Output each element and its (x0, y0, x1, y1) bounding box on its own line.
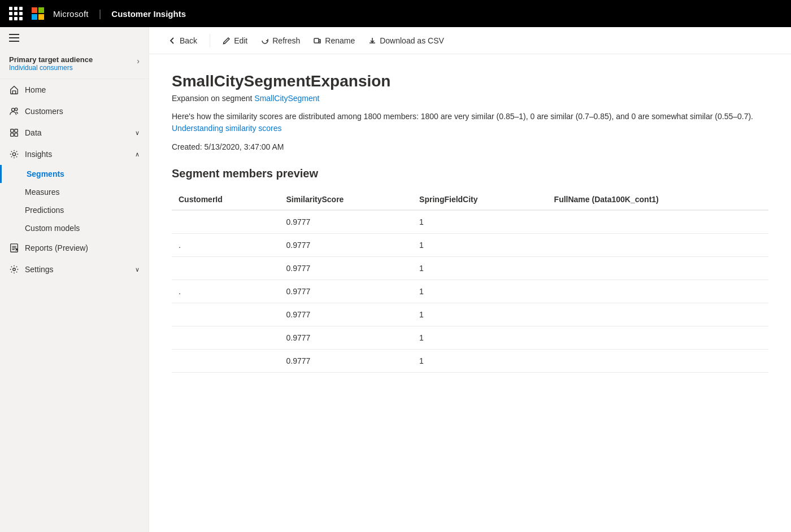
sidebar-label-insights: Insights (25, 150, 52, 159)
refresh-icon (261, 37, 269, 45)
home-icon (9, 85, 19, 95)
back-button[interactable]: Back (163, 33, 203, 49)
sidebar-label-segments: Segments (27, 169, 64, 178)
sidebar-item-segments[interactable]: Segments (0, 165, 149, 183)
edit-label: Edit (234, 36, 247, 45)
sidebar-item-data[interactable]: Data ∨ (0, 122, 149, 143)
cell-fullname (547, 303, 768, 326)
back-icon (168, 37, 176, 45)
app-name: Customer Insights (111, 9, 186, 19)
cell-city: 1 (412, 210, 547, 234)
sidebar-item-measures[interactable]: Measures (0, 183, 149, 201)
sidebar-label-custom-models: Custom models (25, 224, 80, 233)
svg-rect-2 (11, 129, 14, 132)
col-header-fullname: FullName (Data100K_cont1) (547, 189, 768, 210)
download-button[interactable]: Download as CSV (363, 33, 450, 49)
similarity-description: Here's how the similarity scores are dis… (172, 111, 768, 134)
topbar-divider: | (99, 8, 102, 20)
svg-rect-9 (314, 38, 319, 43)
cell-customerid (172, 303, 279, 326)
cell-customerid: . (172, 234, 279, 257)
audience-value: Individual consumers (9, 64, 93, 72)
sidebar-item-insights[interactable]: Insights ∧ (0, 143, 149, 165)
toolbar-divider (210, 34, 210, 47)
toolbar: Back Edit Refresh (149, 27, 791, 54)
cell-customerid (172, 210, 279, 234)
audience-chevron-icon: › (137, 56, 140, 66)
svg-point-0 (12, 108, 15, 111)
svg-rect-3 (15, 129, 18, 132)
audience-section[interactable]: Primary target audience Individual consu… (0, 49, 149, 79)
col-header-similarity: SimilarityScore (279, 189, 412, 210)
cell-fullname (547, 257, 768, 280)
table-row: 0.9777 1 (172, 350, 768, 373)
cell-fullname (547, 350, 768, 373)
sidebar-label-reports: Reports (Preview) (25, 243, 88, 252)
sidebar-label-home: Home (25, 85, 46, 94)
sidebar-item-reports[interactable]: Reports (Preview) (0, 237, 149, 259)
microsoft-logo (32, 7, 44, 20)
cell-fullname (547, 210, 768, 234)
download-label: Download as CSV (380, 36, 444, 45)
sidebar-label-predictions: Predictions (25, 206, 64, 215)
sidebar-label-settings: Settings (25, 265, 54, 274)
table-row: 0.9777 1 (172, 326, 768, 350)
cell-city: 1 (412, 280, 547, 303)
table-header: CustomerId SimilarityScore SpringFieldCi… (172, 189, 768, 210)
svg-point-1 (15, 108, 18, 111)
cell-customerid (172, 326, 279, 350)
cell-city: 1 (412, 350, 547, 373)
cell-similarity: 0.9777 (279, 350, 412, 373)
refresh-button[interactable]: Refresh (255, 33, 306, 49)
table-row: 0.9777 1 (172, 210, 768, 234)
hamburger-menu[interactable] (0, 27, 149, 49)
cell-fullname (547, 234, 768, 257)
data-chevron-icon: ∨ (135, 129, 140, 137)
cell-city: 1 (412, 257, 547, 280)
edit-button[interactable]: Edit (217, 33, 253, 49)
settings-chevron-icon: ∨ (135, 266, 140, 273)
page-title: SmallCitySegmentExpansion (172, 72, 768, 90)
sidebar: Primary target audience Individual consu… (0, 27, 149, 532)
subtitle-prefix: Expansion on segment (172, 94, 252, 103)
sidebar-label-customers: Customers (25, 107, 63, 116)
cell-similarity: 0.9777 (279, 303, 412, 326)
sidebar-item-settings[interactable]: Settings ∨ (0, 259, 149, 280)
edit-icon (223, 37, 231, 45)
segment-table: CustomerId SimilarityScore SpringFieldCi… (172, 189, 768, 373)
similarity-text: Here's how the similarity scores are dis… (172, 112, 753, 121)
table-row: . 0.9777 1 (172, 280, 768, 303)
svg-point-8 (13, 268, 16, 271)
svg-rect-4 (11, 133, 14, 136)
sidebar-label-data: Data (25, 128, 42, 137)
rename-label: Rename (325, 36, 355, 45)
sidebar-item-home[interactable]: Home (0, 79, 149, 101)
rename-button[interactable]: Rename (308, 33, 360, 49)
cell-city: 1 (412, 303, 547, 326)
similarity-link[interactable]: Understanding similarity scores (172, 124, 282, 133)
subtitle-link[interactable]: SmallCitySegment (254, 94, 319, 103)
col-header-customerid: CustomerId (172, 189, 279, 210)
col-header-city: SpringFieldCity (412, 189, 547, 210)
page-subtitle: Expansion on segment SmallCitySegment (172, 94, 768, 103)
sidebar-label-measures: Measures (25, 187, 59, 197)
cell-similarity: 0.9777 (279, 257, 412, 280)
cell-customerid: . (172, 280, 279, 303)
insights-chevron-icon: ∧ (135, 151, 140, 158)
table-row: 0.9777 1 (172, 303, 768, 326)
page-content: SmallCitySegmentExpansion Expansion on s… (149, 54, 791, 532)
sidebar-item-predictions[interactable]: Predictions (0, 201, 149, 219)
apps-icon[interactable] (9, 7, 23, 20)
cell-similarity: 0.9777 (279, 234, 412, 257)
settings-icon (9, 264, 19, 274)
customers-icon (9, 106, 19, 116)
sidebar-item-customers[interactable]: Customers (0, 101, 149, 122)
cell-similarity: 0.9777 (279, 210, 412, 234)
content-area: Back Edit Refresh (149, 27, 791, 532)
sidebar-item-custom-models[interactable]: Custom models (0, 219, 149, 237)
cell-city: 1 (412, 326, 547, 350)
cell-similarity: 0.9777 (279, 326, 412, 350)
download-icon (368, 37, 376, 45)
cell-customerid (172, 257, 279, 280)
cell-customerid (172, 350, 279, 373)
